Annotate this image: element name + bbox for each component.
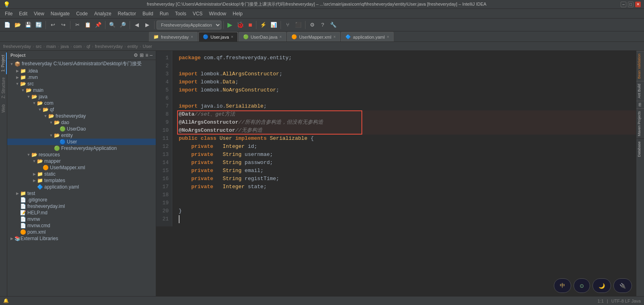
code-line-13[interactable]: private String usernmae;	[179, 151, 636, 159]
code-line-6[interactable]	[179, 94, 636, 102]
tab-userdao-java[interactable]: 🟢UserDao.java×	[239, 32, 286, 41]
copy-button[interactable]: 📋	[83, 20, 93, 30]
widget-moon[interactable]: 🌙	[592, 278, 611, 293]
menu-item-file[interactable]: File	[2, 10, 16, 17]
tree-item-19[interactable]: 🔷application.yaml	[7, 184, 156, 190]
code-lines[interactable]: package com.qf.fresheveryday.entity; imp…	[172, 51, 636, 226]
tree-item-3[interactable]: ▼📂src	[7, 81, 156, 87]
tab-close-application-yaml[interactable]: ×	[387, 35, 389, 39]
sync-button[interactable]: 🔄	[34, 20, 43, 30]
sidebar-minimize-button[interactable]: –	[150, 52, 153, 58]
stop-button[interactable]: ■	[247, 21, 254, 29]
tab-user-java[interactable]: 🔵User.java×	[198, 32, 238, 41]
coverage-button[interactable]: ⚡	[258, 20, 268, 30]
breadcrumb-item-3[interactable]: java	[61, 44, 69, 49]
code-line-14[interactable]: private String password;	[179, 159, 636, 167]
code-line-17[interactable]: private Integer state;	[179, 183, 636, 191]
tree-item-12[interactable]: 🔵User	[7, 139, 156, 145]
code-line-16[interactable]: private String registTime;	[179, 175, 636, 183]
tree-item-13[interactable]: 🟢FresheverydayApplication	[7, 145, 156, 151]
search-button[interactable]: 🔍	[107, 20, 117, 30]
tree-item-16[interactable]: 🟠UserMapper.xml	[7, 164, 156, 171]
maven-projects-panel[interactable]: Maven Projects	[636, 108, 644, 139]
back-button[interactable]: ◀	[132, 20, 142, 30]
minimize-button[interactable]: –	[621, 2, 626, 7]
menu-item-navigate[interactable]: Navigate	[47, 10, 73, 17]
code-line-11[interactable]: public class User implements Serializabl…	[179, 135, 636, 143]
breadcrumb-item-6[interactable]: fresheveryday	[95, 44, 123, 49]
tree-item-9[interactable]: ▼📂dao	[7, 119, 156, 126]
sidebar-gear-button[interactable]: ≡	[145, 52, 148, 58]
bean-validation-panel[interactable]: Bean Validation	[636, 51, 644, 81]
tab-fresheveryday[interactable]: 📁fresheveryday×	[149, 32, 198, 41]
tree-item-14[interactable]: ▼📂resources	[7, 151, 156, 158]
paste-button[interactable]: 📌	[93, 20, 103, 30]
replace-button[interactable]: 🔎	[118, 20, 128, 30]
editor-area[interactable]: 123456789101112131415161718192021 packag…	[156, 51, 636, 296]
tree-item-15[interactable]: ▼📂mapper	[7, 158, 156, 164]
code-line-4[interactable]: import lombok.Data;	[179, 78, 636, 86]
new-file-button[interactable]: 📄	[2, 20, 12, 30]
menu-item-run[interactable]: Run	[157, 10, 172, 17]
code-line-20[interactable]: }	[179, 207, 636, 215]
tree-item-8[interactable]: ▼📂fresheveryday	[7, 113, 156, 119]
open-button[interactable]: 📂	[13, 20, 23, 30]
breadcrumb-item-5[interactable]: qf	[87, 44, 90, 49]
maximize-button[interactable]: □	[628, 2, 634, 7]
code-line-15[interactable]: private String email;	[179, 167, 636, 175]
project-panel-toggle[interactable]: 1: Project	[0, 52, 7, 74]
sidebar-sync-button[interactable]: ⚙	[134, 52, 138, 58]
undo-button[interactable]: ↩	[48, 20, 58, 30]
menu-item-help[interactable]: Help	[229, 10, 246, 17]
save-button[interactable]: 💾	[23, 20, 33, 30]
breadcrumb-item-7[interactable]: entity	[128, 44, 138, 49]
web-panel-toggle[interactable]: Web	[0, 102, 6, 115]
tree-item-25[interactable]: 📄mvnw.cmd	[7, 222, 156, 229]
tree-item-23[interactable]: 📝HELP.md	[7, 210, 156, 216]
run-button[interactable]: ▶	[226, 20, 234, 29]
structure-panel-toggle[interactable]: Z: Structure	[0, 75, 6, 101]
code-line-19[interactable]	[179, 199, 636, 207]
menu-item-code[interactable]: Code	[73, 10, 91, 17]
menu-item-tools[interactable]: Tools	[172, 10, 190, 17]
tree-item-0[interactable]: ▼📦fresheveryday C:\Users\Administrator\D…	[7, 60, 156, 68]
breadcrumb-item-1[interactable]: src	[36, 44, 42, 49]
help-button[interactable]: ?	[318, 20, 328, 30]
tree-item-5[interactable]: ▼📂java	[7, 93, 156, 100]
menu-item-edit[interactable]: Edit	[16, 10, 31, 17]
m-panel[interactable]: m	[636, 101, 644, 108]
breadcrumb-item-2[interactable]: main	[46, 44, 56, 49]
settings-button[interactable]: ⚙	[308, 20, 317, 30]
tree-external-libs[interactable]: ▶📚 External Libraries	[7, 235, 156, 242]
code-line-18[interactable]	[179, 191, 636, 199]
menu-item-refactor[interactable]: Refactor	[115, 10, 139, 17]
menu-item-vcs[interactable]: VCS	[190, 10, 206, 17]
run-config-combo[interactable]: FresheverydayApplication	[157, 21, 221, 29]
code-line-1[interactable]: package com.qf.fresheveryday.entity;	[179, 54, 636, 62]
code-line-10[interactable]: @NoArgsConstructor//无参构造	[179, 127, 636, 135]
redo-button[interactable]: ↪	[58, 20, 68, 30]
terminal-button[interactable]: ⬛	[293, 20, 303, 30]
database-panel[interactable]: Database	[636, 139, 644, 160]
tab-close-userdao-java[interactable]: ×	[279, 35, 282, 39]
sidebar-close-button[interactable]: ⊞	[140, 52, 144, 58]
widget-plug[interactable]: 🔌	[613, 278, 632, 293]
tree-item-4[interactable]: ▼📂main	[7, 87, 156, 93]
tree-item-6[interactable]: ▼📂com	[7, 100, 156, 106]
menu-item-view[interactable]: View	[31, 10, 47, 17]
code-line-21[interactable]	[179, 215, 636, 223]
tree-item-22[interactable]: 📄fresheveryday.iml	[7, 203, 156, 210]
menu-item-build[interactable]: Build	[139, 10, 157, 17]
close-button[interactable]: ✕	[635, 2, 641, 7]
tab-application-yaml[interactable]: 🔷application.yaml×	[341, 32, 394, 41]
code-line-2[interactable]	[179, 62, 636, 70]
profile-button[interactable]: 📊	[269, 20, 279, 30]
tab-usermapper-xml[interactable]: 🟠UserMapper.xml×	[287, 32, 340, 41]
tree-item-2[interactable]: ▶📁.mvn	[7, 74, 156, 81]
widget-chinese[interactable]: 中	[554, 278, 571, 293]
tree-item-1[interactable]: ▶📁.idea	[7, 68, 156, 74]
breadcrumb-item-0[interactable]: fresheveryday	[3, 44, 31, 49]
tree-item-7[interactable]: ▼📂qf	[7, 106, 156, 113]
code-line-9[interactable]: @AllArgsConstructor//所有的含参构造，但没有无参构造	[179, 118, 636, 127]
tree-item-26[interactable]: 🟠pom.xml	[7, 229, 156, 235]
